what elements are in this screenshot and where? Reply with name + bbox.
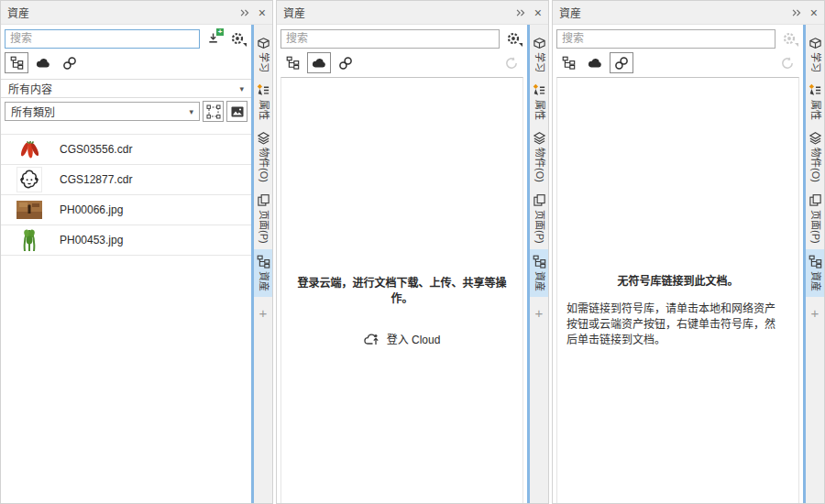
local-network-assets-button[interactable] bbox=[5, 52, 28, 73]
panel-titlebar: 資産 × bbox=[553, 1, 824, 25]
link-icon bbox=[338, 56, 353, 71]
tab-assets[interactable]: 資産 bbox=[254, 249, 272, 297]
tab-pages[interactable]: 页面(P) bbox=[806, 188, 824, 249]
tab-learn[interactable]: 学习 bbox=[254, 30, 272, 78]
tab-label: 学习 bbox=[258, 52, 269, 72]
settings-button[interactable] bbox=[227, 28, 248, 49]
properties-icon bbox=[533, 83, 546, 97]
signin-cloud-button[interactable]: 登入 Cloud bbox=[281, 331, 522, 346]
cloud-assets-button[interactable] bbox=[583, 52, 607, 73]
learn-icon bbox=[533, 36, 546, 49]
asset-source-toggle-row bbox=[1, 50, 251, 77]
collapse-chevrons-icon[interactable] bbox=[514, 6, 527, 19]
cloud-assets-button[interactable] bbox=[31, 52, 55, 73]
docker-tab-strip: 学习 属性 物件(O) 页面(P) 資産 + bbox=[806, 25, 824, 503]
thumbnail-view-button[interactable] bbox=[226, 101, 248, 122]
pages-icon bbox=[533, 193, 546, 207]
cloud-assets-button[interactable] bbox=[307, 52, 331, 73]
marquee-icon bbox=[206, 104, 221, 119]
list-item[interactable]: CGS03556.cdr bbox=[1, 135, 251, 165]
tab-label: 学习 bbox=[810, 52, 820, 72]
panel-titlebar: 資産 × bbox=[1, 1, 272, 25]
linked-assets-button[interactable] bbox=[610, 52, 633, 73]
tab-pages[interactable]: 页面(P) bbox=[254, 188, 272, 249]
assets-tree-icon bbox=[257, 255, 270, 268]
linked-assets-button[interactable] bbox=[58, 52, 82, 73]
chili-thumbnail bbox=[17, 137, 41, 161]
search-input[interactable] bbox=[5, 29, 200, 49]
collapse-chevrons-icon[interactable] bbox=[790, 6, 803, 19]
chevron-down-icon: ▾ bbox=[189, 107, 193, 116]
greens-thumbnail bbox=[21, 228, 38, 252]
refresh-icon bbox=[504, 56, 519, 71]
refresh-icon bbox=[780, 56, 795, 71]
add-docker-button[interactable]: + bbox=[259, 306, 268, 320]
assets-panel-local: 資産 × + bbox=[0, 0, 273, 504]
close-icon[interactable]: × bbox=[810, 6, 818, 19]
panel-title: 資産 bbox=[559, 5, 581, 20]
selection-bounds-view-button[interactable] bbox=[203, 101, 224, 122]
search-input[interactable] bbox=[280, 29, 500, 49]
file-name: PH00066.jpg bbox=[60, 203, 123, 216]
file-name: CGS12877.cdr bbox=[60, 173, 132, 186]
assets-dockers: 資産 × + bbox=[0, 0, 825, 504]
close-icon[interactable]: × bbox=[258, 6, 266, 19]
tab-assets[interactable]: 資産 bbox=[806, 249, 824, 297]
tab-learn[interactable]: 学习 bbox=[806, 30, 824, 78]
layers-icon bbox=[808, 131, 822, 145]
local-network-assets-button[interactable] bbox=[280, 52, 304, 73]
category-row: 所有類別 ▾ bbox=[1, 98, 251, 125]
docker-tab-strip: 学习 属性 物件(O) 页面(P) 資産 + bbox=[254, 25, 272, 503]
search-input[interactable] bbox=[556, 29, 776, 49]
learn-icon bbox=[808, 36, 822, 49]
refresh-button[interactable] bbox=[500, 52, 523, 73]
add-docker-button[interactable]: + bbox=[811, 306, 820, 320]
tab-label: 页面(P) bbox=[810, 210, 820, 244]
signin-label: 登入 Cloud bbox=[387, 331, 441, 346]
refresh-button[interactable] bbox=[776, 52, 799, 73]
list-item[interactable]: PH00453.jpg bbox=[1, 225, 251, 256]
panel-title: 資産 bbox=[283, 5, 305, 20]
tab-objects[interactable]: 物件(O) bbox=[254, 126, 272, 188]
linked-assets-button[interactable] bbox=[334, 52, 358, 73]
tab-learn[interactable]: 学习 bbox=[530, 30, 548, 78]
panel-title: 資産 bbox=[7, 5, 29, 20]
panel-titlebar: 資産 × bbox=[277, 1, 548, 25]
pages-icon bbox=[808, 193, 822, 207]
tab-objects[interactable]: 物件(O) bbox=[806, 126, 824, 188]
list-item[interactable]: CGS12877.cdr bbox=[1, 165, 251, 195]
tab-label: 页面(P) bbox=[534, 210, 544, 244]
import-asset-button[interactable]: + bbox=[204, 28, 224, 49]
tab-properties[interactable]: 属性 bbox=[530, 78, 548, 126]
tab-assets[interactable]: 資産 bbox=[530, 249, 548, 297]
tree-icon bbox=[10, 56, 24, 70]
tab-pages[interactable]: 页面(P) bbox=[530, 188, 548, 249]
assets-tree-icon bbox=[533, 255, 546, 268]
all-content-dropdown[interactable]: 所有内容 ▾ bbox=[1, 79, 251, 98]
settings-button[interactable] bbox=[503, 28, 523, 49]
list-item[interactable]: PH00066.jpg bbox=[1, 195, 251, 225]
add-docker-button[interactable]: + bbox=[535, 306, 544, 320]
tab-properties[interactable]: 属性 bbox=[806, 78, 824, 126]
tab-label: 学习 bbox=[534, 52, 544, 72]
tab-label: 資産 bbox=[534, 271, 544, 291]
all-content-label: 所有内容 bbox=[8, 81, 52, 96]
photo-thumbnail bbox=[16, 201, 42, 219]
local-network-assets-button[interactable] bbox=[556, 52, 580, 73]
cloud-icon bbox=[36, 56, 50, 71]
tab-label: 資産 bbox=[258, 271, 269, 291]
link-icon bbox=[614, 56, 629, 71]
gear-caret-icon bbox=[519, 43, 522, 47]
layers-icon bbox=[257, 131, 270, 145]
asset-source-toggle-row bbox=[277, 50, 527, 77]
tab-label: 属性 bbox=[258, 100, 269, 120]
tree-icon bbox=[562, 56, 576, 70]
collapse-chevrons-icon[interactable] bbox=[238, 6, 251, 19]
tab-label: 属性 bbox=[810, 100, 820, 120]
tab-properties[interactable]: 属性 bbox=[254, 78, 272, 126]
close-icon[interactable]: × bbox=[534, 6, 542, 19]
all-categories-combobox[interactable]: 所有類別 ▾ bbox=[5, 102, 200, 121]
tab-objects[interactable]: 物件(O) bbox=[530, 126, 548, 188]
tree-icon bbox=[286, 56, 300, 70]
properties-icon bbox=[808, 83, 822, 97]
